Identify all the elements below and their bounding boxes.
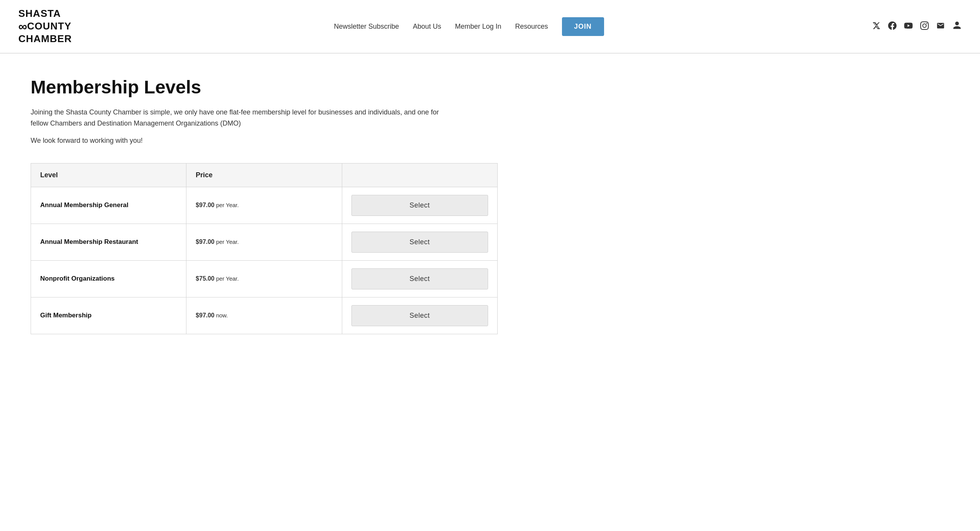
- table-row: Nonprofit Organizations$75.00 per Year.S…: [31, 260, 498, 297]
- action-cell-annual-restaurant: Select: [342, 224, 497, 260]
- nav-resources[interactable]: Resources: [515, 23, 548, 31]
- level-cell-gift-membership: Gift Membership: [31, 297, 186, 334]
- level-cell-annual-general: Annual Membership General: [31, 187, 186, 224]
- col-price-header: Price: [186, 163, 342, 187]
- price-period-annual-restaurant: per Year.: [214, 239, 238, 245]
- page-description: Joining the Shasta County Chamber is sim…: [31, 107, 452, 129]
- social-icons-group: [872, 21, 962, 32]
- account-icon[interactable]: [952, 21, 962, 32]
- price-period-nonprofit: per Year.: [214, 275, 238, 282]
- select-button-nonprofit[interactable]: Select: [351, 268, 488, 289]
- nav-newsletter-subscribe[interactable]: Newsletter Subscribe: [334, 23, 399, 31]
- logo-line2: ∞ COUNTY: [18, 20, 72, 34]
- facebook-icon[interactable]: [888, 21, 897, 32]
- table-row: Gift Membership$97.00 now.Select: [31, 297, 498, 334]
- action-cell-nonprofit: Select: [342, 260, 497, 297]
- membership-table: Level Price Annual Membership General$97…: [31, 163, 498, 334]
- page-title: Membership Levels: [31, 77, 505, 98]
- table-row: Annual Membership Restaurant$97.00 per Y…: [31, 224, 498, 260]
- site-logo[interactable]: SHASTA ∞ COUNTY CHAMBER: [18, 8, 72, 45]
- price-cell-nonprofit: $75.00 per Year.: [186, 260, 342, 297]
- price-amount-annual-restaurant: $97.00: [196, 239, 214, 245]
- logo-line1: SHASTA: [18, 8, 72, 20]
- price-cell-gift-membership: $97.00 now.: [186, 297, 342, 334]
- table-header-row: Level Price: [31, 163, 498, 187]
- logo-text-county: COUNTY: [27, 21, 72, 32]
- price-amount-nonprofit: $75.00: [196, 275, 214, 282]
- price-period-gift-membership: now.: [214, 312, 228, 319]
- price-amount-annual-general: $97.00: [196, 202, 214, 208]
- action-cell-annual-general: Select: [342, 187, 497, 224]
- table-row: Annual Membership General$97.00 per Year…: [31, 187, 498, 224]
- nav-member-login[interactable]: Member Log In: [455, 23, 501, 31]
- action-cell-gift-membership: Select: [342, 297, 497, 334]
- price-amount-gift-membership: $97.00: [196, 312, 214, 319]
- youtube-icon[interactable]: [904, 21, 913, 32]
- logo-line3: CHAMBER: [18, 33, 72, 45]
- col-level-header: Level: [31, 163, 186, 187]
- select-button-gift-membership[interactable]: Select: [351, 305, 488, 326]
- join-button[interactable]: JOIN: [562, 17, 604, 36]
- price-period-annual-general: per Year.: [214, 202, 238, 208]
- col-action-header: [342, 163, 497, 187]
- select-button-annual-restaurant[interactable]: Select: [351, 232, 488, 253]
- logo-infinity-symbol: ∞: [18, 20, 26, 34]
- page-tagline: We look forward to working with you!: [31, 137, 505, 145]
- twitter-icon[interactable]: [872, 21, 880, 32]
- select-button-annual-general[interactable]: Select: [351, 195, 488, 216]
- nav-about-us[interactable]: About Us: [413, 23, 441, 31]
- price-cell-annual-general: $97.00 per Year.: [186, 187, 342, 224]
- level-cell-nonprofit: Nonprofit Organizations: [31, 260, 186, 297]
- main-nav: Newsletter Subscribe About Us Member Log…: [334, 17, 604, 36]
- price-cell-annual-restaurant: $97.00 per Year.: [186, 224, 342, 260]
- level-cell-annual-restaurant: Annual Membership Restaurant: [31, 224, 186, 260]
- instagram-icon[interactable]: [920, 21, 929, 32]
- email-icon[interactable]: [936, 21, 945, 32]
